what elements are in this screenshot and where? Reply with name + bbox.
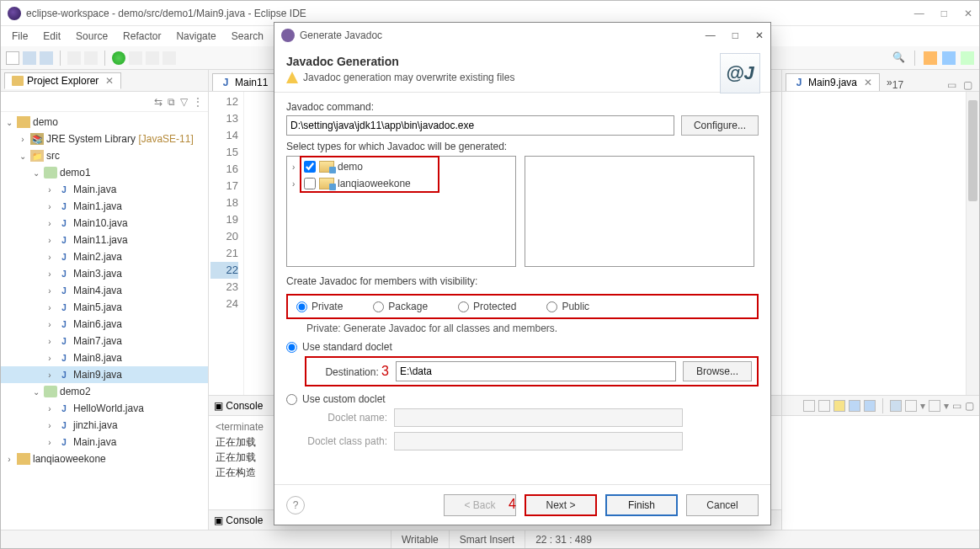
console-tab-2[interactable]: ▣ Console — [214, 514, 263, 526]
dialog-title: Generate Javadoc — [300, 29, 706, 41]
menu-search[interactable]: Search — [224, 28, 271, 45]
toolbar-icon[interactable] — [864, 400, 876, 412]
tree-file[interactable]: ›jinzhi.java — [1, 417, 208, 434]
destination-input[interactable] — [396, 361, 676, 381]
toolbar-icon[interactable] — [818, 400, 830, 412]
view-menu-icon[interactable]: ⋮ — [193, 96, 203, 108]
radio-private[interactable]: Private — [296, 301, 343, 312]
editor-tab-main11[interactable]: Main11 — [212, 73, 275, 91]
menu-refactor[interactable]: Refactor — [115, 28, 168, 45]
tree-file[interactable]: ›Main4.java — [1, 282, 208, 299]
finish-button[interactable]: Finish — [605, 494, 678, 516]
java-file-icon — [57, 217, 71, 229]
type-checkbox-lanqiao[interactable] — [304, 178, 316, 189]
types-tree-right[interactable] — [525, 156, 754, 267]
cancel-button[interactable]: Cancel — [686, 494, 759, 516]
toolbar-icon[interactable] — [905, 400, 917, 412]
tree-file[interactable]: ›Main7.java — [1, 333, 208, 349]
java-perspective-icon[interactable] — [942, 51, 956, 65]
maximize-icon[interactable]: □ — [941, 8, 947, 19]
maximize-view-icon[interactable]: ▢ — [960, 79, 976, 91]
type-item-lanqiao[interactable]: › lanqiaoweekone — [289, 175, 514, 192]
tree-file[interactable]: ›Main.java — [1, 181, 208, 198]
tree-pkg-demo1[interactable]: ⌄demo1 — [1, 164, 208, 181]
close-tab-icon[interactable]: ✕ — [864, 77, 872, 88]
tree-file[interactable]: ›Main3.java — [1, 265, 208, 282]
minimize-view-icon[interactable]: ▭ — [952, 400, 961, 412]
radio-public[interactable]: Public — [546, 301, 589, 312]
perspective-icon[interactable] — [924, 51, 937, 65]
tree-file[interactable]: ›Main1.java — [1, 198, 208, 215]
folder-icon — [12, 76, 24, 86]
tree-project-demo[interactable]: ⌄demo — [1, 114, 208, 131]
tree-file[interactable]: ›Main11.java — [1, 232, 208, 248]
close-icon[interactable]: ✕ — [964, 8, 972, 19]
scrollbar-vertical[interactable] — [966, 92, 979, 395]
tree-file[interactable]: ›Main.java — [1, 434, 208, 450]
more-tabs[interactable]: »17 — [887, 77, 903, 91]
explorer-tab[interactable]: Project Explorer ✕ — [4, 72, 121, 89]
new-icon[interactable] — [6, 51, 19, 65]
tree-file[interactable]: ›Main5.java — [1, 299, 208, 316]
tree-project-lanqiao[interactable]: ›lanqiaoweekone — [1, 450, 208, 467]
close-view-icon[interactable]: ✕ — [105, 75, 114, 87]
console-tab[interactable]: ▣ Console — [214, 400, 263, 412]
radio-package[interactable]: Package — [373, 301, 428, 312]
line-number: 18 — [210, 195, 238, 211]
tree-pkg-demo2[interactable]: ⌄demo2 — [1, 383, 208, 400]
build-icon[interactable] — [162, 51, 176, 65]
stop-icon[interactable] — [146, 51, 159, 65]
toolbar-icon[interactable] — [929, 400, 940, 412]
types-tree-left[interactable]: › demo › lanqiaoweekone — [286, 156, 516, 267]
menu-file[interactable]: File — [4, 28, 35, 45]
help-button[interactable]: ? — [286, 496, 305, 514]
tree-file[interactable]: ›HelloWorld.java — [1, 400, 208, 417]
save-all-icon[interactable] — [40, 51, 53, 65]
tree-src[interactable]: ⌄📁src — [1, 147, 208, 164]
doclet-path-input — [394, 432, 683, 450]
tree-file[interactable]: ›Main9.java — [1, 366, 208, 383]
radio-standard-doclet[interactable]: Use standard doclet — [286, 341, 759, 353]
tree-file[interactable]: ›Main2.java — [1, 248, 208, 265]
toolbar-icon[interactable] — [849, 400, 860, 412]
minimize-icon[interactable]: — — [914, 8, 924, 19]
collapse-icon[interactable]: ⇆ — [154, 96, 162, 108]
minimize-view-icon[interactable]: ▭ — [944, 79, 960, 91]
toolbar-icon[interactable] — [890, 400, 902, 412]
editor-tab-main9[interactable]: Main9.java✕ — [786, 73, 880, 91]
tree-file[interactable]: ›Main8.java — [1, 349, 208, 366]
toolbar-icon[interactable] — [834, 400, 845, 412]
type-checkbox-demo[interactable] — [304, 161, 316, 173]
filter-icon[interactable]: ▽ — [180, 96, 188, 108]
javadoc-command-input[interactable] — [286, 115, 674, 136]
menu-navigate[interactable]: Navigate — [168, 28, 223, 45]
configure-button[interactable]: Configure... — [681, 115, 759, 136]
dialog-maximize-icon[interactable]: □ — [732, 29, 738, 41]
tree-file[interactable]: ›Main6.java — [1, 316, 208, 333]
dialog-close-icon[interactable]: ✕ — [755, 29, 764, 41]
open-type-icon[interactable] — [67, 51, 81, 65]
debug-icon[interactable] — [129, 51, 142, 65]
statusbar: Writable Smart Insert 22 : 31 : 489 — [1, 530, 979, 548]
link-icon[interactable]: ⧉ — [168, 96, 175, 108]
toolbar-icon[interactable] — [803, 400, 815, 412]
tree-jre[interactable]: ›📚JRE System Library [JavaSE-11] — [1, 131, 208, 147]
toggle-icon[interactable] — [84, 51, 98, 65]
type-item-demo[interactable]: › demo — [289, 158, 514, 175]
java-file-icon — [57, 436, 71, 448]
browse-button[interactable]: Browse... — [683, 361, 752, 381]
java-icon — [793, 77, 805, 88]
search-icon[interactable]: 🔍 — [892, 51, 906, 65]
menu-edit[interactable]: Edit — [35, 28, 68, 45]
save-icon[interactable] — [23, 51, 36, 65]
radio-custom-doclet[interactable]: Use custom doclet — [286, 393, 759, 405]
next-button[interactable]: Next > — [525, 494, 597, 516]
project-tree[interactable]: ⌄demo ›📚JRE System Library [JavaSE-11] ⌄… — [1, 112, 208, 530]
run-icon[interactable] — [112, 51, 125, 65]
radio-protected[interactable]: Protected — [458, 301, 516, 312]
dialog-minimize-icon[interactable]: — — [706, 29, 716, 41]
tree-file[interactable]: ›Main10.java — [1, 215, 208, 232]
maximize-view-icon[interactable]: ▢ — [965, 400, 974, 412]
menu-source[interactable]: Source — [68, 28, 115, 45]
debug-perspective-icon[interactable] — [961, 51, 974, 65]
